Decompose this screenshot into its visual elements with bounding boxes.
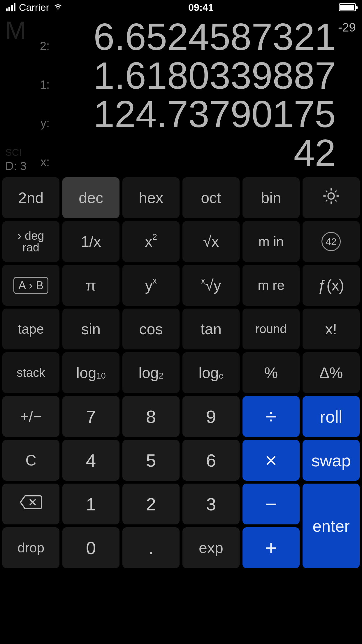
decimal-button[interactable]: .	[122, 527, 180, 568]
power-sup: x	[153, 276, 157, 286]
oct-mode-button[interactable]: oct	[182, 177, 240, 218]
plus-glyph: +	[265, 536, 277, 560]
digit-0-button[interactable]: 0	[62, 527, 120, 568]
power-base: y	[145, 276, 153, 294]
multiply-button[interactable]: ×	[242, 440, 300, 481]
log2-sub: 2	[159, 371, 164, 381]
percent-button[interactable]: %	[242, 352, 300, 393]
backspace-icon	[19, 495, 43, 513]
tape-button[interactable]: tape	[2, 309, 59, 349]
status-left: Carrier	[6, 1, 63, 14]
stack-label: y:	[5, 117, 55, 130]
reciprocal-button[interactable]: 1/x	[62, 221, 120, 262]
wifi-icon	[53, 1, 63, 14]
log10-base: log	[76, 364, 96, 382]
svg-point-0	[328, 193, 334, 199]
sqrt-button[interactable]: √x	[182, 221, 240, 262]
sci-label: SCI	[5, 147, 22, 158]
stack-exponent	[336, 95, 357, 98]
stack-label: 1:	[5, 78, 55, 91]
digit-3-button[interactable]: 3	[182, 484, 240, 524]
digit-5-button[interactable]: 5	[122, 440, 180, 481]
digit-7-button[interactable]: 7	[62, 396, 120, 437]
log2-button[interactable]: log2	[122, 352, 180, 393]
stack-value: 6.6524587321	[55, 18, 336, 56]
delta-percent-button[interactable]: Δ%	[303, 352, 360, 393]
circle-42-icon: 42	[321, 232, 341, 251]
digit-9-button[interactable]: 9	[182, 396, 240, 437]
dec-mode-button[interactable]: dec	[62, 177, 120, 218]
deg-line2: rad	[22, 242, 39, 253]
stack-value: 1.6180339887	[55, 56, 336, 95]
digit-6-button[interactable]: 6	[182, 440, 240, 481]
ln-button[interactable]: loge	[182, 352, 240, 393]
stack-exponent: -29	[336, 18, 357, 34]
hex-mode-button[interactable]: hex	[122, 177, 180, 218]
divide-glyph: ÷	[265, 405, 277, 428]
keypad: 2nd dec hex oct bin › deg rad 1/x x2 √x …	[0, 175, 362, 570]
xth-root-button[interactable]: x√y	[182, 265, 240, 306]
plus-minus-button[interactable]: +/−	[2, 396, 59, 437]
multiply-glyph: ×	[265, 448, 277, 472]
digit-1-button[interactable]: 1	[62, 484, 120, 524]
square-base: x	[145, 233, 152, 250]
constants-button[interactable]: 42	[303, 221, 360, 262]
bin-mode-button[interactable]: bin	[242, 177, 300, 218]
stack-button[interactable]: stack	[2, 352, 59, 393]
backspace-button[interactable]	[2, 484, 59, 524]
square-button[interactable]: x2	[122, 221, 180, 262]
exp-button[interactable]: exp	[182, 527, 240, 568]
digit-2-button[interactable]: 2	[122, 484, 180, 524]
ab-box-icon: A › B	[13, 277, 49, 294]
mem-recall-button[interactable]: m re	[242, 265, 300, 306]
stack-row-x: x: 42	[5, 134, 357, 172]
divide-button[interactable]: ÷	[242, 396, 300, 437]
swap-button[interactable]: swap	[303, 440, 360, 481]
digits-label: D: 3	[5, 160, 27, 173]
status-time: 09:41	[63, 2, 339, 13]
digit-8-button[interactable]: 8	[122, 396, 180, 437]
power-button[interactable]: yx	[122, 265, 180, 306]
convert-button[interactable]: A › B	[2, 265, 59, 306]
square-sup: 2	[152, 232, 157, 242]
factorial-button[interactable]: x!	[303, 309, 360, 349]
plus-button[interactable]: +	[242, 527, 300, 568]
enter-button[interactable]: enter	[303, 484, 360, 568]
drop-button[interactable]: drop	[2, 527, 59, 568]
gear-icon	[322, 187, 340, 209]
stack-value: 124.73790175	[55, 95, 336, 134]
round-button[interactable]: round	[242, 309, 300, 349]
function-button[interactable]: ƒ(x)	[303, 265, 360, 306]
cos-button[interactable]: cos	[122, 309, 180, 349]
tan-button[interactable]: tan	[182, 309, 240, 349]
root-sup: x	[201, 276, 205, 286]
carrier-label: Carrier	[19, 2, 49, 13]
minus-button[interactable]: −	[242, 484, 300, 524]
stack-row-y: y: 124.73790175	[5, 95, 357, 134]
mem-in-button[interactable]: m in	[242, 221, 300, 262]
log10-sub: 10	[96, 371, 106, 381]
stack-row-1: 1: 1.6180339887	[5, 56, 357, 95]
stack-exponent	[336, 134, 357, 136]
deg-line1: › deg	[17, 230, 44, 242]
stack-value: 42	[55, 134, 336, 172]
log2-base: log	[138, 364, 159, 382]
roll-button[interactable]: roll	[303, 396, 360, 437]
sin-button[interactable]: sin	[62, 309, 120, 349]
settings-button[interactable]	[303, 177, 360, 218]
digit-4-button[interactable]: 4	[62, 440, 120, 481]
battery-icon	[339, 3, 356, 11]
stack-exponent	[336, 56, 357, 59]
minus-glyph: −	[265, 492, 277, 516]
status-bar: Carrier 09:41	[0, 0, 362, 15]
loge-base: log	[198, 364, 219, 382]
root-rad: √y	[205, 276, 221, 294]
second-button[interactable]: 2nd	[2, 177, 59, 218]
clear-button[interactable]: C	[2, 440, 59, 481]
deg-rad-button[interactable]: › deg rad	[2, 221, 59, 262]
signal-icon	[6, 3, 15, 11]
pi-button[interactable]: π	[62, 265, 120, 306]
loge-sub: e	[219, 371, 224, 381]
memory-indicator: M	[5, 16, 26, 45]
log10-button[interactable]: log10	[62, 352, 120, 393]
